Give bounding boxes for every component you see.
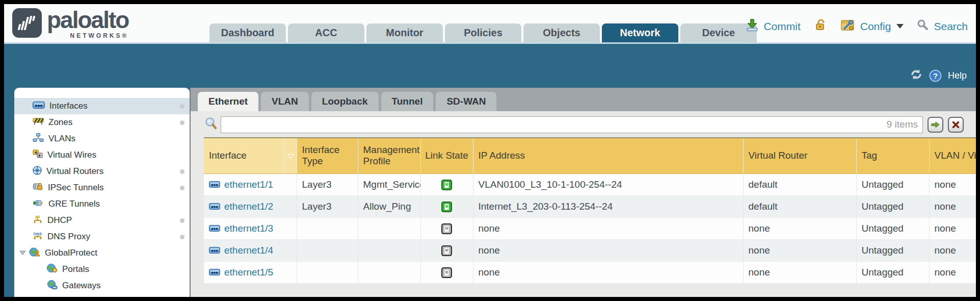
col-link-state[interactable]: Link State bbox=[420, 138, 473, 173]
interface-link[interactable]: ethernet1/5 bbox=[224, 267, 273, 278]
item-dot bbox=[180, 120, 184, 125]
sidebar-item-interfaces[interactable]: Interfaces bbox=[14, 98, 190, 114]
ethernet-port-icon bbox=[209, 179, 220, 190]
sort-indicator-icon[interactable] bbox=[284, 138, 297, 173]
top-header: paloalto NETWORKS® Dashboard ACC Monitor… bbox=[4, 4, 976, 44]
portal-globe-icon bbox=[47, 264, 58, 275]
sidebar-item-virtual-routers[interactable]: Virtual Routers bbox=[14, 163, 190, 180]
banner-tools: ? Help bbox=[910, 68, 967, 83]
caret-down-icon[interactable] bbox=[896, 24, 904, 29]
subtab-vlan[interactable]: VLAN bbox=[261, 92, 309, 111]
cell-type bbox=[297, 261, 358, 283]
apply-filter-button[interactable] bbox=[928, 117, 943, 133]
subtab-loopback[interactable]: Loopback bbox=[311, 92, 379, 111]
help-label[interactable]: Help bbox=[948, 70, 967, 81]
sidebar-item-gateways[interactable]: Gateways bbox=[14, 278, 190, 294]
cell-ip: none bbox=[473, 217, 743, 239]
clear-filter-x-icon bbox=[952, 121, 960, 129]
sidebar-item-vlans[interactable]: VLANs bbox=[14, 131, 190, 147]
table-header-row: Interface Interface Type Management Prof… bbox=[204, 138, 980, 173]
config-button[interactable]: Config bbox=[860, 20, 891, 33]
sidebar-item-dns-proxy[interactable]: DNS DNS Proxy bbox=[14, 229, 190, 245]
tab-network[interactable]: Network bbox=[602, 23, 678, 42]
logo-networks-text: NETWORKS® bbox=[47, 33, 128, 39]
cell-profile: Allow_Ping bbox=[358, 195, 420, 217]
item-dot bbox=[180, 235, 184, 239]
item-dot bbox=[180, 104, 184, 109]
col-interface[interactable]: Interface bbox=[204, 138, 284, 173]
link-state-icon bbox=[420, 195, 473, 217]
col-ip-address[interactable]: IP Address bbox=[473, 138, 743, 173]
cell-type bbox=[297, 239, 358, 261]
sidebar-item-virtual-wires[interactable]: Virtual Wires bbox=[14, 147, 190, 163]
col-vlan-virtual-wire[interactable]: VLAN / Virtual Wire bbox=[929, 138, 980, 173]
ipsec-tunnel-icon bbox=[33, 182, 43, 193]
dns-proxy-icon: DNS bbox=[33, 231, 43, 243]
clear-filter-button[interactable] bbox=[948, 117, 964, 133]
item-dot bbox=[180, 218, 184, 223]
cell-vlan: none bbox=[929, 195, 980, 217]
cell-profile bbox=[358, 217, 420, 239]
col-management-profile[interactable]: Management Profile bbox=[358, 138, 420, 173]
main-tab-bar: Dashboard ACC Monitor Policies Objects N… bbox=[209, 23, 757, 42]
cell-vr: default bbox=[743, 195, 856, 217]
subtab-ethernet[interactable]: Ethernet bbox=[198, 92, 258, 111]
cell-type bbox=[297, 217, 358, 239]
tab-acc[interactable]: ACC bbox=[288, 23, 364, 42]
commit-button[interactable]: Commit bbox=[763, 20, 800, 33]
item-dot bbox=[180, 186, 184, 190]
link-state-icon bbox=[420, 239, 473, 261]
cell-ip: none bbox=[473, 261, 743, 283]
cell-tag: Untagged bbox=[856, 173, 929, 195]
help-icon[interactable]: ? bbox=[929, 69, 942, 82]
app-window: paloalto NETWORKS® Dashboard ACC Monitor… bbox=[0, 0, 980, 301]
tab-dashboard[interactable]: Dashboard bbox=[209, 23, 286, 42]
col-interface-type[interactable]: Interface Type bbox=[297, 138, 358, 173]
search-icon[interactable] bbox=[917, 19, 929, 34]
table-row[interactable]: ethernet1/1 ethernet1/1 Layer3 Mgmt_Serv… bbox=[204, 173, 980, 195]
table-row[interactable]: ethernet1/4 ethernet1/4 none none Untagg… bbox=[204, 239, 980, 261]
cell-ip: Internet_L3_203-0-113-254--24 bbox=[473, 195, 743, 217]
subtab-tunnel[interactable]: Tunnel bbox=[381, 92, 434, 111]
sidebar-item-zones[interactable]: Zones bbox=[14, 114, 190, 131]
sidebar-item-dhcp[interactable]: IP DHCP bbox=[14, 212, 190, 229]
interface-link[interactable]: ethernet1/3 bbox=[224, 223, 273, 234]
cell-profile bbox=[358, 239, 420, 261]
apply-filter-arrow-icon bbox=[931, 121, 940, 129]
col-virtual-router[interactable]: Virtual Router bbox=[743, 138, 856, 173]
tab-objects[interactable]: Objects bbox=[523, 23, 600, 42]
interface-link[interactable]: ethernet1/1 bbox=[224, 179, 273, 190]
search-button[interactable]: Search bbox=[934, 20, 968, 33]
table-row[interactable]: ethernet1/3 ethernet1/3 none none Untagg… bbox=[204, 217, 980, 239]
interface-subtabs: Ethernet VLAN Loopback Tunnel SD-WAN bbox=[191, 88, 976, 111]
subtab-sdwan[interactable]: SD-WAN bbox=[436, 92, 496, 111]
sidebar-item-globalprotect[interactable]: GlobalProtect bbox=[14, 245, 190, 261]
sidebar-item-portals[interactable]: Portals bbox=[14, 261, 190, 278]
col-tag[interactable]: Tag bbox=[856, 138, 929, 173]
tab-policies[interactable]: Policies bbox=[445, 23, 521, 42]
interface-link[interactable]: ethernet1/4 bbox=[224, 245, 273, 256]
link-state-icon bbox=[420, 173, 473, 195]
table-row[interactable]: ethernet1/5 ethernet1/5 none none Untagg… bbox=[204, 261, 980, 283]
sidebar-item-ipsec-tunnels[interactable]: IPSec Tunnels bbox=[14, 180, 190, 196]
svg-text:?: ? bbox=[933, 71, 938, 80]
link-state-icon bbox=[420, 261, 473, 283]
ethernet-ports-icon bbox=[33, 101, 45, 111]
dhcp-icon: IP bbox=[33, 215, 43, 227]
filter-input[interactable] bbox=[221, 116, 923, 133]
lock-icon[interactable] bbox=[814, 18, 827, 34]
tab-monitor[interactable]: Monitor bbox=[366, 23, 443, 42]
commit-icon[interactable] bbox=[746, 18, 759, 34]
table-row[interactable]: ethernet1/2 ethernet1/2 Layer3 Allow_Pin… bbox=[204, 195, 980, 217]
refresh-icon[interactable] bbox=[910, 68, 923, 83]
config-icon[interactable] bbox=[840, 18, 856, 34]
ethernet-port-icon bbox=[209, 201, 220, 212]
globalprotect-icon bbox=[29, 247, 40, 259]
collapse-triangle-icon[interactable] bbox=[19, 248, 26, 258]
cell-profile: Mgmt_Services bbox=[358, 173, 420, 195]
cell-vlan: none bbox=[929, 173, 980, 195]
interface-link[interactable]: ethernet1/2 bbox=[224, 201, 273, 212]
logo-brand-text: paloalto bbox=[47, 8, 128, 32]
cell-profile bbox=[358, 261, 420, 283]
sidebar-item-gre-tunnels[interactable]: GRE Tunnels bbox=[14, 196, 190, 212]
